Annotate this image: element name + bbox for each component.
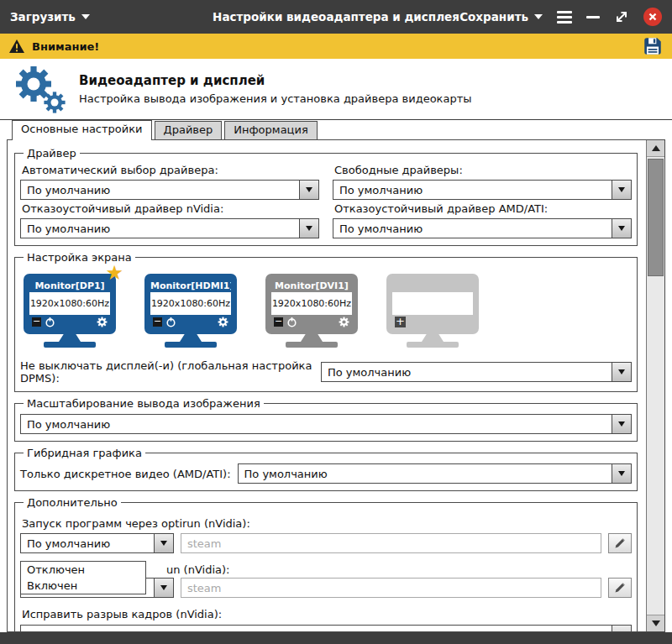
free-driver-label: Свободные драйверы: — [334, 164, 630, 176]
auto-driver-label: Автоматический выбор драйвера: — [22, 164, 318, 176]
free-driver-value: По умолчанию — [333, 181, 612, 199]
primusrun-app-input[interactable] — [181, 578, 601, 598]
maximize-icon[interactable] — [614, 9, 629, 24]
dropdown-arrow-icon[interactable] — [612, 219, 631, 238]
discrete-video-label: Только дискретное видео (AMD/ATI): — [20, 468, 231, 480]
scaling-value: По умолчанию — [21, 415, 612, 433]
monitor-stand-base — [407, 342, 459, 348]
save-menu-label: Сохранить — [459, 10, 528, 24]
warning-bar: Внимание! — [0, 34, 672, 59]
optirun-dropdown-list: Отключен Включен — [20, 561, 146, 594]
auto-driver-select[interactable]: По умолчанию — [20, 180, 319, 200]
bottom-status-bar — [0, 632, 672, 644]
monitor-power-icon[interactable] — [286, 317, 297, 327]
monitor-list: Monitor[DP1] 1920x1080:60Hz — [20, 265, 632, 348]
monitor-card-empty[interactable] — [386, 274, 479, 348]
scrollbar-thumb[interactable] — [648, 159, 664, 276]
monitor-stand — [180, 334, 202, 342]
failsafe-nvidia-select[interactable]: По умолчанию — [20, 218, 319, 238]
tab-bar: Основные настройки Драйвер Информация — [0, 120, 672, 139]
optirun-value: По умолчанию — [21, 534, 154, 552]
discrete-video-select[interactable]: По умолчанию — [238, 463, 632, 484]
monitor-disable-icon[interactable] — [153, 317, 162, 327]
failsafe-amd-label: Отказоустойчивый драйвер AMD/ATI: — [334, 202, 630, 215]
dropdown-arrow-icon[interactable] — [299, 181, 318, 199]
warning-text: Внимание! — [32, 40, 99, 53]
failsafe-amd-select[interactable]: По умолчанию — [333, 218, 632, 238]
scaling-section: Масштабирование вывода изображения По ум… — [14, 397, 638, 442]
monitor-resolution: 1920x1080:60Hz — [29, 292, 110, 315]
monitor-settings-gear-icon[interactable] — [339, 317, 349, 327]
tearing-select[interactable]: По умолчанию — [20, 625, 632, 632]
scaling-select[interactable]: По умолчанию — [20, 414, 632, 434]
dropdown-arrow-icon[interactable] — [154, 579, 173, 597]
monitor-resolution: 1920x1080:60Hz — [271, 292, 352, 315]
add-monitor-icon[interactable] — [395, 317, 406, 327]
dpms-select[interactable]: По умолчанию — [321, 362, 632, 382]
hamburger-menu-icon[interactable] — [557, 11, 572, 24]
minimize-icon[interactable] — [586, 16, 600, 18]
monitor-settings-gear-icon[interactable] — [218, 317, 228, 327]
scroll-down-button[interactable] — [647, 615, 664, 631]
optirun-edit-button[interactable] — [608, 533, 632, 553]
dropdown-arrow-icon[interactable] — [299, 219, 318, 238]
monitor-name: Monitor[DVI1] — [271, 280, 352, 292]
tab-info[interactable]: Информация — [224, 121, 317, 139]
dropdown-arrow-icon[interactable] — [612, 363, 631, 381]
monitor-stand — [301, 334, 323, 342]
monitor-card-hdmi1[interactable]: Monitor[HDMI1] 1920x1080:60Hz — [144, 274, 237, 348]
monitor-resolution — [392, 292, 473, 315]
monitor-stand-base — [44, 342, 96, 348]
monitor-settings-gear-icon[interactable] — [97, 317, 108, 327]
extra-section-legend: Дополнительно — [24, 496, 121, 509]
dropdown-arrow-icon[interactable] — [154, 534, 173, 552]
screen-section: Настройка экрана Monitor[DP1] 1920x1080:… — [14, 251, 638, 392]
save-menu-button[interactable]: Сохранить — [459, 10, 543, 24]
pencil-icon — [614, 537, 626, 549]
failsafe-amd-value: По умолчанию — [333, 219, 612, 238]
close-icon[interactable] — [643, 8, 662, 26]
monitor-card-dvi1[interactable]: Monitor[DVI1] 1920x1080:60Hz — [265, 274, 358, 348]
dropdown-arrow-icon[interactable] — [612, 626, 631, 632]
hybrid-section-legend: Гибридная графика — [24, 447, 145, 459]
monitor-name — [392, 280, 473, 292]
dropdown-option-enabled[interactable]: Включен — [21, 578, 145, 594]
load-menu-button[interactable]: Загрузить — [10, 10, 90, 24]
tab-driver[interactable]: Драйвер — [155, 121, 223, 139]
primary-monitor-star-icon — [105, 263, 123, 283]
tearing-value: По умолчанию — [21, 626, 612, 632]
dropdown-arrow-icon[interactable] — [612, 415, 631, 433]
titlebar: Настройки видеоадаптера и дисплея Загруз… — [0, 0, 672, 34]
save-floppy-icon[interactable] — [642, 35, 664, 57]
page-header: Видеоадаптер и дисплей Настройка вывода … — [0, 59, 672, 120]
failsafe-nvidia-value: По умолчанию — [21, 219, 299, 238]
pencil-icon — [614, 582, 626, 594]
warning-triangle-icon — [8, 39, 25, 54]
arrow-up-icon — [652, 145, 660, 151]
monitor-card-dp1[interactable]: Monitor[DP1] 1920x1080:60Hz — [24, 274, 116, 348]
dropdown-arrow-icon[interactable] — [612, 181, 631, 199]
dpms-value: По умолчанию — [322, 363, 612, 381]
dropdown-option-disabled[interactable]: Отключен — [21, 562, 145, 578]
scaling-section-legend: Масштабирование вывода изображения — [24, 397, 264, 410]
free-driver-select[interactable]: По умолчанию — [333, 180, 632, 200]
chevron-down-icon — [534, 14, 543, 19]
dropdown-arrow-icon[interactable] — [612, 464, 631, 483]
tab-main-settings[interactable]: Основные настройки — [12, 120, 152, 140]
vertical-scrollbar[interactable] — [646, 140, 664, 631]
discrete-video-value: По умолчанию — [239, 464, 612, 483]
driver-section-legend: Драйвер — [24, 147, 80, 160]
monitor-disable-icon[interactable] — [274, 317, 283, 327]
scroll-up-button[interactable] — [647, 140, 664, 157]
monitor-power-icon[interactable] — [45, 317, 55, 327]
optirun-app-input[interactable] — [181, 533, 601, 553]
page-title: Видеоадаптер и дисплей — [79, 73, 472, 88]
monitor-stand — [422, 334, 444, 342]
auto-driver-value: По умолчанию — [21, 181, 299, 199]
monitor-stand-base — [286, 342, 338, 348]
optirun-select[interactable]: По умолчанию — [20, 533, 174, 553]
arrow-down-icon — [652, 620, 660, 626]
monitor-disable-icon[interactable] — [32, 317, 41, 327]
monitor-power-icon[interactable] — [165, 317, 176, 327]
primusrun-edit-button[interactable] — [608, 578, 632, 598]
